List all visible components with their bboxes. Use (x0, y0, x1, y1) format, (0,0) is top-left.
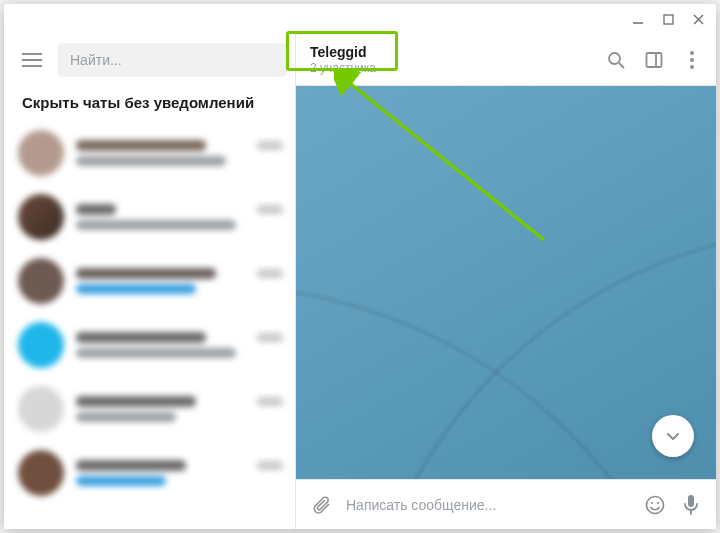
chat-item-time (257, 333, 283, 342)
chat-status: 2 участника (310, 61, 376, 75)
search-in-chat-icon[interactable] (606, 50, 626, 70)
avatar (18, 194, 64, 240)
chat-item-preview (76, 156, 226, 166)
search-row: Найти... (4, 34, 295, 86)
side-panel-icon[interactable] (644, 50, 664, 70)
chat-item-name (76, 396, 196, 407)
chat-item-time (257, 397, 283, 406)
maximize-button[interactable] (660, 11, 676, 27)
svg-rect-1 (664, 15, 673, 24)
chat-item-time (257, 205, 283, 214)
avatar (18, 130, 64, 176)
svg-rect-7 (647, 53, 662, 67)
header-actions (606, 50, 706, 70)
chat-item-preview (76, 476, 166, 486)
chat-item-time (257, 141, 283, 150)
svg-line-6 (619, 63, 624, 68)
hamburger-menu-button[interactable] (14, 42, 50, 78)
chat-item-name (76, 268, 216, 279)
chat-item-text (76, 460, 283, 486)
window-controls (4, 4, 716, 34)
svg-point-11 (690, 65, 694, 69)
app-window: Найти... Скрыть чаты без уведомлений Tel… (4, 4, 716, 529)
chat-item-text (76, 204, 283, 230)
svg-rect-15 (688, 495, 694, 507)
chat-list[interactable] (4, 121, 295, 529)
chat-item-preview (76, 412, 176, 422)
sidebar: Найти... Скрыть чаты без уведомлений (4, 34, 296, 529)
chat-item-time (257, 461, 283, 470)
close-button[interactable] (690, 11, 706, 27)
svg-point-10 (690, 58, 694, 62)
minimize-button[interactable] (630, 11, 646, 27)
svg-point-12 (647, 496, 664, 513)
chat-header: Teleggid 2 участника (296, 34, 716, 86)
search-input[interactable]: Найти... (58, 43, 287, 77)
chat-title-block[interactable]: Teleggid 2 участника (306, 44, 606, 75)
avatar (18, 386, 64, 432)
chat-item-name (76, 332, 206, 343)
attach-icon[interactable] (310, 494, 332, 516)
chat-item-name (76, 140, 206, 151)
emoji-icon[interactable] (644, 494, 666, 516)
chat-list-item[interactable] (4, 441, 295, 505)
composer: Написать сообщение... (296, 479, 716, 529)
section-title: Скрыть чаты без уведомлений (4, 86, 295, 121)
chat-item-text (76, 268, 283, 294)
chat-item-preview (76, 220, 236, 230)
avatar (18, 258, 64, 304)
message-placeholder: Написать сообщение... (346, 497, 496, 513)
svg-point-5 (609, 53, 620, 64)
chat-item-text (76, 140, 283, 166)
chat-list-item[interactable] (4, 185, 295, 249)
chat-list-item[interactable] (4, 249, 295, 313)
message-input[interactable]: Написать сообщение... (346, 497, 630, 513)
search-placeholder: Найти... (70, 52, 122, 68)
chat-item-time (257, 269, 283, 278)
chat-item-name (76, 204, 116, 215)
svg-point-13 (651, 501, 653, 503)
svg-point-9 (690, 51, 694, 55)
scroll-to-bottom-button[interactable] (652, 415, 694, 457)
chat-panel: Teleggid 2 участника (296, 34, 716, 529)
chat-body[interactable] (296, 86, 716, 479)
main-area: Найти... Скрыть чаты без уведомлений Tel… (4, 34, 716, 529)
more-menu-icon[interactable] (682, 50, 702, 70)
avatar (18, 450, 64, 496)
chat-item-preview (76, 348, 236, 358)
chat-item-text (76, 332, 283, 358)
chat-item-name (76, 460, 186, 471)
svg-point-14 (657, 501, 659, 503)
chat-list-item[interactable] (4, 377, 295, 441)
voice-icon[interactable] (680, 494, 702, 516)
avatar (18, 322, 64, 368)
chat-title: Teleggid (310, 44, 367, 60)
chat-item-preview (76, 284, 196, 294)
chat-list-item[interactable] (4, 121, 295, 185)
chat-item-text (76, 396, 283, 422)
chat-list-item[interactable] (4, 313, 295, 377)
